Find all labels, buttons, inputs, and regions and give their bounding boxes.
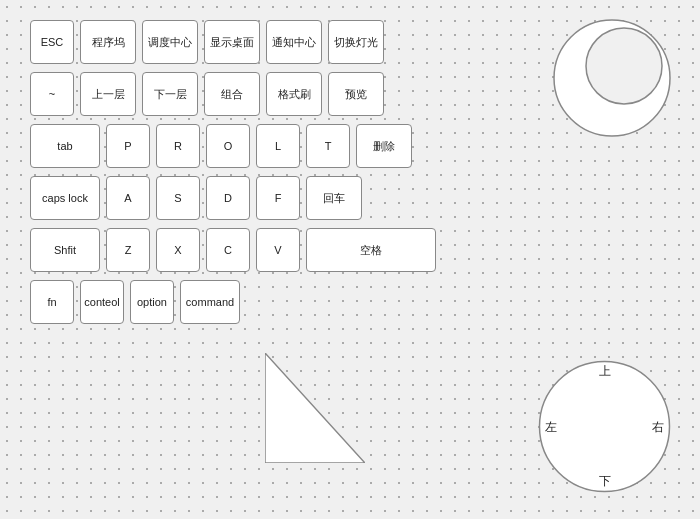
deco-circle-outer (552, 18, 672, 138)
key-f[interactable]: F (256, 176, 300, 220)
key-v[interactable]: V (256, 228, 300, 272)
key-esc[interactable]: ESC (30, 20, 74, 64)
key-prev-layer[interactable]: 上一层 (80, 72, 136, 116)
key-capslock[interactable]: caps lock (30, 176, 100, 220)
key-tilde[interactable]: ~ (30, 72, 74, 116)
key-option[interactable]: option (130, 280, 174, 324)
key-dock[interactable]: 程序坞 (80, 20, 136, 64)
key-format-brush[interactable]: 格式刷 (266, 72, 322, 116)
key-notification[interactable]: 通知中心 (266, 20, 322, 64)
key-x[interactable]: X (156, 228, 200, 272)
key-row-4: caps lock A S D F 回车 (30, 176, 436, 220)
key-next-layer[interactable]: 下一层 (142, 72, 198, 116)
key-control[interactable]: conteol (80, 280, 124, 324)
key-combine[interactable]: 组合 (204, 72, 260, 116)
nav-up-label: 上 (599, 363, 611, 380)
svg-point-1 (586, 28, 662, 104)
key-show-desktop[interactable]: 显示桌面 (204, 20, 260, 64)
svg-marker-2 (265, 353, 365, 463)
keyboard-layout: ESC 程序坞 调度中心 显示桌面 通知中心 切换灯光 ~ 上一层 下一层 组合… (30, 20, 436, 332)
nav-right-label: 右 (652, 418, 664, 435)
key-row-6: fn conteol option command (30, 280, 436, 324)
key-o[interactable]: O (206, 124, 250, 168)
key-row-3: tab P R O L T 删除 (30, 124, 436, 168)
key-s[interactable]: S (156, 176, 200, 220)
key-delete[interactable]: 删除 (356, 124, 412, 168)
key-row-2: ~ 上一层 下一层 组合 格式刷 预览 (30, 72, 436, 116)
key-tab[interactable]: tab (30, 124, 100, 168)
key-p[interactable]: P (106, 124, 150, 168)
deco-triangle (265, 353, 365, 467)
nav-left-label: 左 (545, 418, 557, 435)
key-shift[interactable]: Shfit (30, 228, 100, 272)
key-command[interactable]: command (180, 280, 240, 324)
nav-down-label: 下 (599, 473, 611, 490)
key-preview[interactable]: 预览 (328, 72, 384, 116)
key-r[interactable]: R (156, 124, 200, 168)
key-dispatch[interactable]: 调度中心 (142, 20, 198, 64)
key-l[interactable]: L (256, 124, 300, 168)
key-switch-light[interactable]: 切换灯光 (328, 20, 384, 64)
svg-point-3 (540, 362, 670, 492)
key-z[interactable]: Z (106, 228, 150, 272)
key-row-1: ESC 程序坞 调度中心 显示桌面 通知中心 切换灯光 (30, 20, 436, 64)
key-space[interactable]: 空格 (306, 228, 436, 272)
key-d[interactable]: D (206, 176, 250, 220)
key-enter[interactable]: 回车 (306, 176, 362, 220)
key-a[interactable]: A (106, 176, 150, 220)
key-fn[interactable]: fn (30, 280, 74, 324)
key-c[interactable]: C (206, 228, 250, 272)
key-t[interactable]: T (306, 124, 350, 168)
key-row-5: Shfit Z X C V 空格 (30, 228, 436, 272)
nav-circle: 上 下 左 右 (537, 359, 672, 494)
